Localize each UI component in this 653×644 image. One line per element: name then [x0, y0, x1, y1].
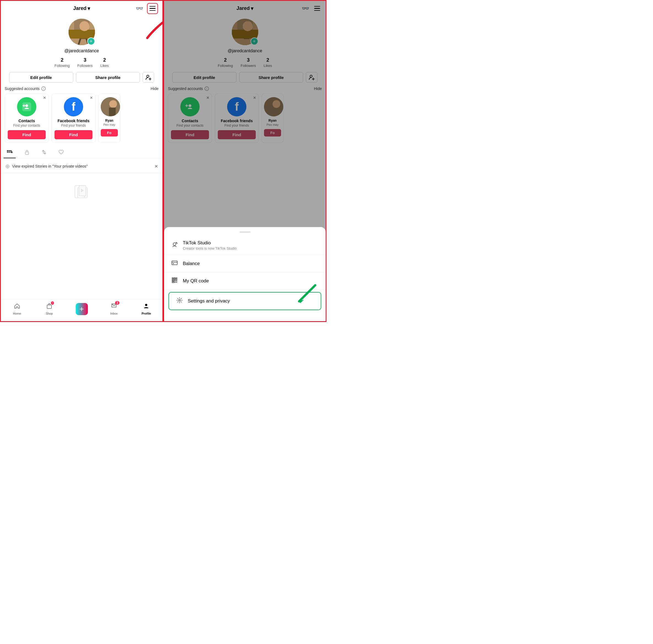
contacts-desc: Find your contacts	[8, 124, 46, 127]
settings-title: Settings and privacy	[188, 298, 230, 304]
nav-create[interactable]: +	[66, 303, 98, 315]
tab-videos[interactable]	[4, 147, 16, 158]
find-facebook-button[interactable]: Find	[54, 130, 93, 139]
stories-icon: ⊕	[5, 163, 10, 170]
ryan-name: Ryan	[101, 119, 118, 122]
create-button[interactable]: +	[76, 303, 88, 315]
add-friend-icon	[145, 74, 151, 80]
profile-handle: @jaredcantdance	[65, 48, 99, 53]
hamburger-menu-button[interactable]	[147, 3, 158, 14]
shop-icon: •	[46, 303, 53, 311]
inbox-icon: 3	[111, 303, 117, 311]
repost-icon	[41, 149, 47, 155]
followers-count: 3	[84, 57, 87, 63]
shop-label: Shop	[46, 312, 53, 315]
svg-rect-50	[173, 281, 174, 282]
right-panel: Jared ▾ 👓	[163, 0, 326, 322]
likes-stat[interactable]: 2 Likes	[100, 57, 109, 68]
bottom-nav: Home • Shop +	[1, 299, 163, 321]
empty-icon	[73, 184, 90, 202]
close-contacts-card[interactable]: ✕	[43, 96, 46, 100]
svg-rect-46	[173, 278, 174, 279]
tiktok-studio-content: TikTok Studio Creator tools is now TikTo…	[183, 240, 237, 250]
settings-content: Settings and privacy	[188, 298, 230, 304]
svg-rect-19	[10, 150, 11, 151]
edit-profile-button[interactable]: Edit profile	[9, 72, 73, 82]
svg-text:i: i	[43, 87, 44, 90]
svg-rect-4	[81, 31, 86, 39]
heart-icon	[58, 149, 64, 155]
slide-menu: TikTok Studio Creator tools is now TikTo…	[164, 227, 326, 321]
suggested-title: Suggested accounts i	[5, 86, 46, 91]
tab-locked[interactable]	[21, 147, 33, 158]
menu-handle	[240, 231, 250, 232]
avatar-wrapper[interactable]: +	[69, 19, 95, 45]
suggested-card-contacts: ✕ Contacts Find your contacts Find	[5, 94, 49, 143]
hide-suggested-button[interactable]: Hide	[151, 86, 159, 91]
follow-ryan-button[interactable]: Fo	[101, 129, 118, 137]
qr-content: My QR code	[183, 278, 209, 284]
info-icon: i	[41, 86, 46, 91]
profile-section: + @jaredcantdance 2 Following 3 Follower…	[1, 16, 163, 82]
stats-row: 2 Following 3 Followers 2 Likes	[54, 57, 109, 68]
followers-label: Followers	[77, 64, 93, 68]
action-buttons: Edit profile Share profile	[6, 72, 157, 82]
glasses-icon[interactable]: 👓	[136, 5, 143, 11]
svg-point-55	[179, 299, 180, 301]
suggested-card-ryan: Ryan Peo may Fo	[98, 94, 120, 143]
share-profile-button[interactable]: Share profile	[76, 72, 140, 82]
svg-point-41	[173, 243, 176, 246]
contacts-icon	[17, 97, 37, 117]
svg-rect-52	[176, 280, 177, 281]
tab-reposts[interactable]	[38, 147, 50, 158]
green-arrow-annotation	[295, 281, 320, 307]
svg-rect-53	[175, 282, 176, 283]
followers-stat[interactable]: 3 Followers	[77, 57, 93, 68]
nav-profile[interactable]: Profile	[130, 303, 163, 315]
following-label: Following	[54, 64, 70, 68]
add-photo-button[interactable]: +	[87, 38, 95, 45]
nav-shop[interactable]: • Shop	[33, 303, 65, 315]
tiktok-studio-subtitle: Creator tools is now TikTok Studio	[183, 246, 237, 250]
facebook-desc: Find your friends	[54, 124, 93, 127]
svg-rect-20	[7, 152, 8, 152]
add-friend-button[interactable]	[143, 72, 154, 82]
stories-text: ⊕ View expired Stories in "Your private …	[5, 163, 88, 170]
lock-icon	[24, 149, 30, 155]
balance-content: Balance	[183, 261, 200, 266]
svg-point-28	[145, 304, 147, 306]
menu-item-balance[interactable]: Balance	[164, 255, 326, 272]
inbox-label: Inbox	[110, 312, 118, 315]
home-icon	[14, 303, 20, 311]
tab-liked[interactable]	[55, 147, 67, 158]
suggested-header: Suggested accounts i Hide	[5, 86, 159, 91]
suggested-card-facebook: ✕ f Facebook friends Find your friends F…	[51, 94, 96, 143]
svg-rect-22	[10, 152, 11, 152]
svg-point-15	[109, 100, 117, 108]
following-stat[interactable]: 2 Following	[54, 57, 70, 68]
menu-item-tiktok-studio[interactable]: TikTok Studio Creator tools is now TikTo…	[164, 236, 326, 255]
close-facebook-card[interactable]: ✕	[90, 96, 93, 100]
svg-rect-18	[8, 150, 10, 151]
tiktok-studio-title: TikTok Studio	[183, 240, 237, 246]
svg-point-13	[25, 104, 28, 107]
balance-title: Balance	[183, 261, 200, 266]
videos-tab-icon	[6, 149, 13, 155]
suggested-accounts-section: Suggested accounts i Hide ✕	[1, 82, 163, 143]
close-stories-banner[interactable]: ✕	[154, 164, 158, 169]
svg-rect-21	[8, 152, 10, 152]
balance-icon	[171, 259, 178, 268]
svg-point-3	[81, 23, 90, 31]
nav-home[interactable]: Home	[1, 303, 33, 315]
empty-state	[1, 173, 163, 216]
header: Jared ▾ 👓	[1, 1, 163, 16]
svg-rect-51	[175, 280, 176, 281]
nav-inbox[interactable]: 3 Inbox	[98, 303, 130, 315]
qr-code-icon	[171, 277, 178, 285]
stories-banner[interactable]: ⊕ View expired Stories in "Your private …	[1, 159, 163, 173]
find-contacts-button[interactable]: Find	[8, 130, 46, 139]
svg-rect-54	[176, 282, 177, 283]
svg-rect-17	[7, 150, 8, 151]
header-username[interactable]: Jared ▾	[73, 5, 90, 11]
facebook-name: Facebook friends	[54, 119, 93, 123]
